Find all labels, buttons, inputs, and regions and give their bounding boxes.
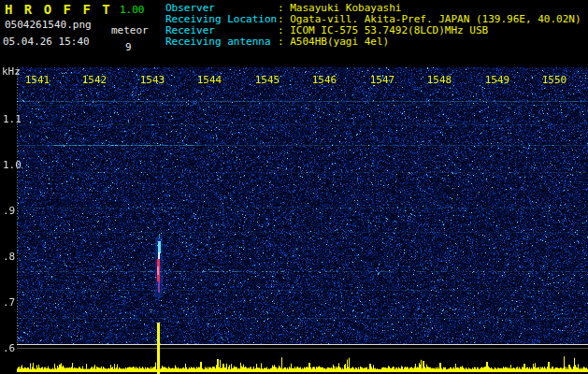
time-tick: 1541 [24, 74, 50, 86]
freq-tick: .6 [3, 342, 15, 354]
freq-tick: .9 [3, 205, 15, 217]
freq-tick: .7 [3, 296, 15, 309]
time-tick: 1544 [196, 74, 222, 86]
station-info-block: Observer: Masayuki Kobayashi Receiving L… [165, 3, 581, 48]
info-value: : A504HB(yagi 4el) [278, 36, 389, 48]
hrofft-screen: H R O F F T 1.00 0504261540.png meteor 0… [0, 0, 588, 374]
info-label: Receiving antenna [165, 36, 278, 48]
amplitude-strip-canvas [17, 350, 588, 374]
time-tick: 1548 [426, 74, 452, 86]
freq-tick: 1.0 [3, 159, 22, 171]
freq-tick: 1.1 [3, 113, 22, 125]
time-tick: 1543 [139, 74, 165, 86]
time-tick: 1547 [369, 74, 395, 86]
observation-datetime: 05.04.26 15:40 [3, 36, 90, 48]
output-filename: 0504261540.png [5, 19, 92, 31]
time-tick: 1542 [81, 74, 108, 86]
meteor-amplitude-spike [157, 323, 160, 374]
separator-line-bright [17, 344, 588, 345]
y-axis-unit-label: kHz [2, 65, 21, 78]
spectrogram-canvas [17, 67, 588, 344]
app-title: H R O F F T [5, 2, 112, 17]
time-tick: 1549 [484, 74, 510, 86]
time-tick: 1545 [254, 74, 280, 86]
time-tick: 1550 [541, 74, 567, 86]
info-row-antenna: Receiving antenna: A504HB(yagi 4el) [165, 36, 581, 48]
echo-count: 9 [125, 41, 132, 53]
observation-mode-label: meteor [111, 24, 149, 36]
app-version: 1.00 [120, 4, 145, 16]
freq-tick: .8 [3, 251, 15, 263]
separator-line-dim [17, 348, 588, 349]
time-tick: 1546 [311, 74, 337, 86]
